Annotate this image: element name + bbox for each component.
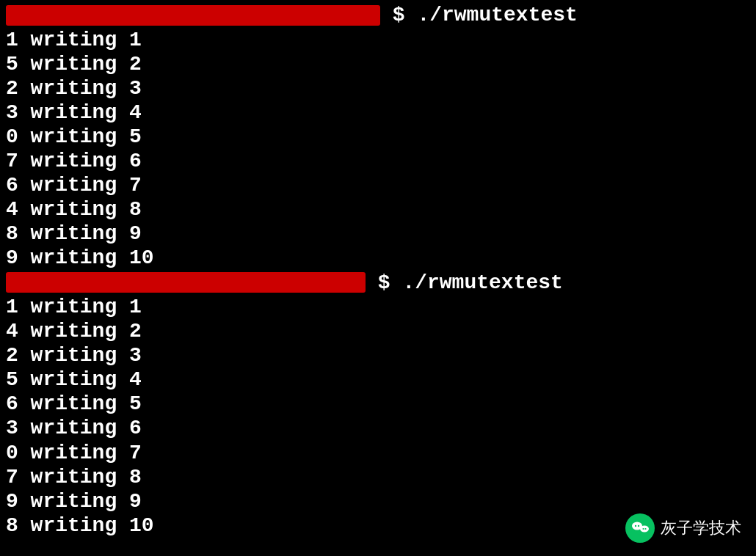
prompt-line-1: $ ./rwmutextest: [6, 3, 750, 28]
prompt-command-2: $ ./rwmutextest: [366, 271, 563, 295]
output-line: 6 writing 5: [6, 392, 750, 416]
svg-point-1: [640, 526, 649, 533]
svg-point-2: [635, 525, 636, 527]
watermark: 灰子学技术: [625, 513, 741, 543]
section2-output: 1 writing 14 writing 22 writing 35 writi…: [6, 295, 750, 537]
output-line: 2 writing 3: [6, 76, 750, 100]
redacted-bar-2: [6, 272, 366, 293]
prompt-line-2: $ ./rwmutextest: [6, 270, 750, 295]
redacted-bar-1: [6, 5, 380, 26]
svg-point-4: [642, 528, 644, 530]
output-line: 4 writing 2: [6, 319, 750, 343]
output-line: 3 writing 4: [6, 100, 750, 125]
output-line: 9 writing 10: [6, 246, 750, 270]
prompt-command-1: $ ./rwmutextest: [380, 3, 578, 27]
output-line: 9 writing 9: [6, 489, 750, 513]
svg-point-3: [638, 525, 639, 527]
output-line: 1 writing 1: [6, 295, 750, 319]
svg-point-5: [644, 528, 646, 530]
section1-output: 1 writing 15 writing 22 writing 33 writi…: [6, 28, 750, 270]
output-line: 7 writing 8: [6, 465, 750, 489]
terminal: $ ./rwmutextest 1 writing 15 writing 22 …: [0, 0, 756, 556]
wechat-icon: [625, 513, 655, 543]
output-line: 0 writing 5: [6, 125, 750, 149]
output-line: 5 writing 2: [6, 52, 750, 76]
output-line: 1 writing 1: [6, 28, 750, 52]
output-line: 2 writing 3: [6, 343, 750, 367]
output-line: 6 writing 7: [6, 173, 750, 197]
output-line: 0 writing 7: [6, 441, 750, 465]
output-line: 7 writing 6: [6, 149, 750, 173]
output-line: 4 writing 8: [6, 197, 750, 222]
watermark-text: 灰子学技术: [661, 517, 741, 539]
output-line: 5 writing 4: [6, 367, 750, 392]
output-line: 3 writing 6: [6, 416, 750, 440]
output-line: 8 writing 9: [6, 222, 750, 246]
